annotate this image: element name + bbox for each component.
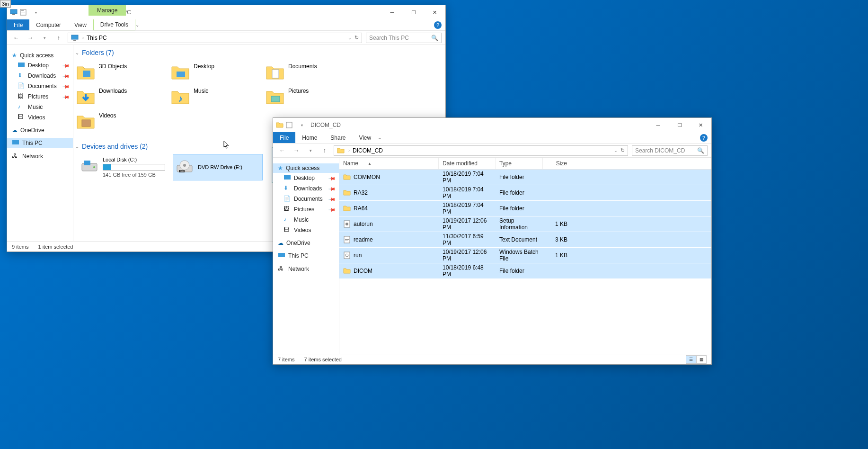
view-details-button[interactable]: ☰: [686, 355, 696, 364]
help-icon[interactable]: ?: [434, 21, 442, 29]
address-dropdown-icon[interactable]: ⌄: [614, 148, 618, 153]
chevron-right-icon[interactable]: ›: [348, 148, 350, 153]
section-folders[interactable]: ⌄Folders (7): [73, 45, 445, 60]
maximize-button[interactable]: ☐: [669, 118, 690, 132]
forward-button[interactable]: →: [291, 145, 301, 156]
sidebar-music[interactable]: ♪Music: [273, 215, 339, 225]
column-headers[interactable]: Name▲ Date modified Type Size: [339, 158, 711, 170]
sidebar-music[interactable]: ♪Music: [7, 102, 73, 112]
tab-view[interactable]: View: [352, 132, 378, 143]
sidebar-pictures[interactable]: 🖼Pictures📌: [273, 204, 339, 215]
close-button[interactable]: ✕: [424, 5, 445, 19]
tab-home[interactable]: Home: [295, 132, 324, 143]
tab-file[interactable]: File: [7, 19, 29, 30]
folder-desktop[interactable]: Desktop: [168, 60, 263, 85]
address-dropdown-icon[interactable]: ⌄: [348, 36, 352, 40]
search-input[interactable]: Search This PC 🔍: [366, 33, 442, 43]
forward-button[interactable]: →: [25, 33, 35, 43]
folder-videos[interactable]: Videos: [73, 109, 168, 134]
properties-icon[interactable]: [19, 9, 27, 16]
properties-icon[interactable]: [285, 121, 293, 129]
col-name[interactable]: Name▲: [339, 158, 439, 169]
tab-drive-tools[interactable]: Drive Tools: [93, 19, 135, 30]
content-pane[interactable]: Name▲ Date modified Type Size COMMON10/1…: [339, 158, 711, 354]
pin-icon: 📌: [62, 62, 70, 69]
sidebar-downloads[interactable]: ⬇Downloads📌: [273, 183, 339, 194]
sidebar-pictures[interactable]: 🖼Pictures📌: [7, 91, 73, 102]
ribbon-expand-icon[interactable]: ⌄: [135, 22, 139, 27]
file-row[interactable]: autorun10/19/2017 12:06 PMSetup Informat…: [339, 216, 711, 232]
minimize-button[interactable]: ─: [381, 5, 403, 19]
context-tab-manage[interactable]: Manage: [89, 5, 126, 16]
file-row[interactable]: run10/19/2017 12:06 PMWindows Batch File…: [339, 248, 711, 263]
sidebar-network[interactable]: 🖧Network: [7, 151, 73, 162]
maximize-button[interactable]: ☐: [403, 5, 424, 19]
drive-local-c[interactable]: Local Disk (C:) 141 GB free of 159 GB: [78, 154, 168, 180]
sidebar-downloads[interactable]: ⬇Downloads📌: [7, 71, 73, 81]
sidebar-videos[interactable]: 🎞Videos: [273, 225, 339, 235]
sidebar-onedrive[interactable]: ☁OneDrive: [273, 238, 339, 248]
refresh-icon[interactable]: ↻: [620, 147, 625, 153]
drive-dvd-e[interactable]: DVD DVD RW Drive (E:): [173, 154, 263, 180]
sidebar-quick-access[interactable]: ★Quick access: [7, 51, 73, 60]
label: Name: [343, 160, 358, 167]
view-large-icons-button[interactable]: ▦: [696, 355, 707, 364]
sidebar-documents[interactable]: 📄Documents📌: [273, 194, 339, 204]
sidebar-quick-access[interactable]: ★Quick access: [273, 163, 339, 173]
tab-view[interactable]: View: [68, 19, 93, 30]
ribbon-expand-icon[interactable]: ⌄: [378, 135, 381, 140]
file-row[interactable]: RA6410/18/2019 7:04 PMFile folder: [339, 201, 711, 216]
file-row[interactable]: COMMON10/18/2019 7:04 PMFile folder: [339, 170, 711, 185]
search-input[interactable]: Search DICOM_CD 🔍: [632, 145, 708, 156]
history-dropdown-icon[interactable]: ▾: [305, 145, 316, 156]
titlebar[interactable]: ▾ DICOM_CD ─ ☐ ✕: [273, 118, 711, 132]
file-row[interactable]: readme11/30/2017 6:59 PMText Document3 K…: [339, 232, 711, 248]
documents-icon: 📄: [283, 195, 291, 203]
close-button[interactable]: ✕: [690, 118, 711, 132]
tab-file[interactable]: File: [273, 132, 295, 143]
folder-downloads[interactable]: Downloads: [73, 85, 168, 109]
address-field[interactable]: › DICOM_CD ⌄ ↻: [334, 145, 628, 156]
svg-rect-32: [344, 252, 350, 259]
file-date: 10/18/2019 6:48 PM: [439, 263, 496, 278]
sidebar-desktop[interactable]: Desktop📌: [7, 60, 73, 71]
folder-music[interactable]: ♪Music: [168, 85, 263, 109]
address-field[interactable]: › This PC ⌄ ↻: [68, 33, 362, 43]
up-button[interactable]: ↑: [53, 33, 64, 43]
label: Quick access: [20, 52, 53, 59]
file-row[interactable]: DICOM10/18/2019 6:48 PMFile folder: [339, 263, 711, 279]
sidebar-documents[interactable]: 📄Documents📌: [7, 81, 73, 91]
qat-dropdown-icon[interactable]: ▾: [35, 10, 37, 15]
refresh-icon[interactable]: ↻: [354, 35, 359, 41]
file-name: COMMON: [354, 174, 380, 180]
tab-computer[interactable]: Computer: [29, 19, 68, 30]
tab-share[interactable]: Share: [324, 132, 352, 143]
label: Network: [288, 266, 309, 272]
help-icon[interactable]: ?: [700, 134, 708, 142]
folder-label: Music: [194, 88, 208, 94]
file-size: 3 KB: [543, 235, 571, 244]
minimize-button[interactable]: ─: [647, 118, 669, 132]
sidebar-desktop[interactable]: Desktop📌: [273, 173, 339, 183]
back-button[interactable]: ←: [277, 145, 287, 156]
sidebar-videos[interactable]: 🎞Videos: [7, 112, 73, 123]
pin-icon: 📌: [62, 93, 70, 100]
folder-pictures[interactable]: Pictures: [263, 85, 357, 109]
sidebar-network[interactable]: 🖧Network: [273, 264, 339, 274]
history-dropdown-icon[interactable]: ▾: [39, 33, 50, 43]
folder-3d-objects[interactable]: 3D Objects: [73, 60, 168, 85]
folder-documents[interactable]: Documents: [263, 60, 357, 85]
titlebar[interactable]: ▾ Manage This PC ─ ☐ ✕: [7, 5, 445, 19]
file-row[interactable]: RA3210/18/2019 7:04 PMFile folder: [339, 185, 711, 201]
chevron-right-icon[interactable]: ›: [82, 36, 84, 40]
col-type[interactable]: Type: [496, 158, 543, 169]
sidebar-this-pc[interactable]: This PC: [7, 138, 73, 148]
sidebar-this-pc[interactable]: This PC: [273, 251, 339, 261]
music-icon: ♪: [18, 103, 25, 111]
col-date[interactable]: Date modified: [439, 158, 496, 169]
up-button[interactable]: ↑: [319, 145, 330, 156]
back-button[interactable]: ←: [11, 33, 21, 43]
col-size[interactable]: Size: [543, 158, 571, 169]
qat-dropdown-icon[interactable]: ▾: [301, 123, 303, 127]
sidebar-onedrive[interactable]: ☁OneDrive: [7, 126, 73, 135]
